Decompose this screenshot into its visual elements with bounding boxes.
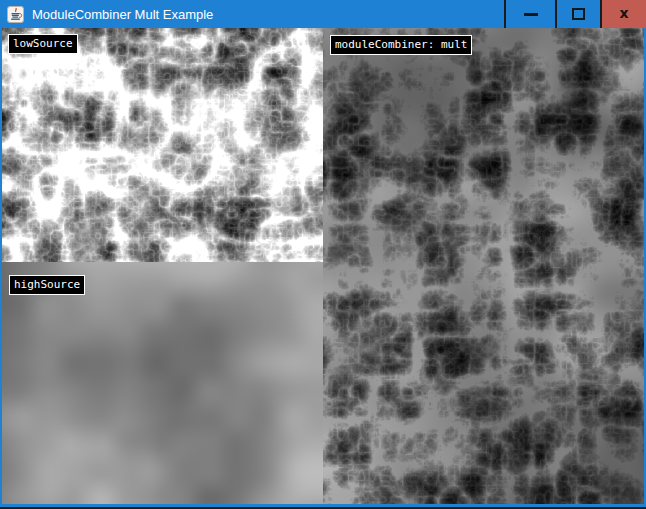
window-title: ModuleCombiner Mult Example [32,7,213,22]
high-source-label: highSource [9,275,85,295]
content-area: lowSource highSource moduleCombiner: mul… [2,28,644,504]
low-source-noise-image [2,28,323,262]
close-icon: x [619,6,628,20]
close-button[interactable]: x [600,0,646,28]
app-window: ModuleCombiner Mult Example x lowSource … [0,0,646,509]
low-source-label: lowSource [8,34,78,54]
titlebar[interactable]: ModuleCombiner Mult Example x [0,0,646,28]
maximize-button[interactable] [555,0,600,28]
high-source-noise-image [2,262,323,504]
window-controls: x [504,0,646,28]
minimize-button[interactable] [504,0,555,28]
minimize-icon [524,13,538,16]
maximize-icon [572,8,585,20]
java-coffee-cup-icon [7,6,24,23]
module-combiner-label: moduleCombiner: mult [330,35,472,55]
module-combiner-mult-image [323,28,644,504]
